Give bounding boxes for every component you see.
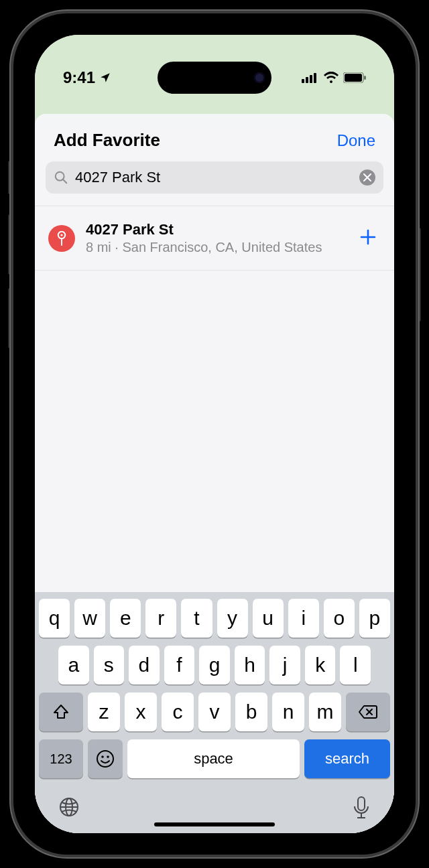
key-h[interactable]: h — [235, 646, 265, 684]
cellular-icon — [302, 72, 319, 83]
key-e[interactable]: e — [110, 599, 141, 638]
battery-icon — [343, 72, 366, 83]
key-z[interactable]: z — [88, 693, 120, 731]
key-c[interactable]: c — [162, 693, 194, 731]
status-time: 9:41 — [63, 68, 95, 87]
key-m[interactable]: m — [309, 693, 341, 731]
key-r[interactable]: r — [145, 599, 176, 638]
screen: 9:41 Add Favorite Done — [35, 35, 394, 833]
wifi-icon — [323, 72, 339, 84]
key-w[interactable]: w — [74, 599, 105, 638]
key-y[interactable]: y — [217, 599, 248, 638]
key-q[interactable]: q — [39, 599, 70, 638]
svg-rect-2 — [310, 75, 312, 83]
svg-rect-0 — [302, 79, 304, 83]
mic-icon[interactable] — [351, 796, 371, 821]
key-n[interactable]: n — [272, 693, 304, 731]
key-d[interactable]: d — [129, 646, 160, 684]
add-favorite-button[interactable] — [355, 225, 381, 251]
key-j[interactable]: j — [269, 646, 300, 684]
location-arrow-icon — [99, 72, 111, 84]
svg-line-8 — [63, 179, 67, 184]
search-field[interactable] — [46, 161, 383, 194]
svg-rect-1 — [306, 77, 308, 83]
svg-rect-18 — [358, 797, 365, 810]
key-k[interactable]: k — [305, 646, 336, 684]
key-s[interactable]: s — [94, 646, 125, 684]
key-x[interactable]: x — [125, 693, 157, 731]
key-v[interactable]: v — [198, 693, 231, 731]
svg-rect-5 — [345, 74, 362, 82]
clear-search-button[interactable] — [359, 169, 375, 186]
shift-key[interactable] — [39, 693, 83, 731]
numbers-key[interactable]: 123 — [39, 739, 83, 778]
home-indicator[interactable] — [154, 822, 275, 826]
search-input[interactable] — [75, 169, 353, 186]
shift-icon — [52, 703, 70, 721]
sheet-title: Add Favorite — [54, 130, 160, 151]
globe-icon[interactable] — [58, 796, 80, 818]
key-b[interactable]: b — [235, 693, 267, 731]
search-result-row[interactable]: 4027 Park St 8 mi · San Francisco, CA, U… — [35, 206, 394, 271]
key-f[interactable]: f — [164, 646, 195, 684]
search-key[interactable]: search — [304, 739, 390, 778]
add-favorite-sheet: Add Favorite Done 4027 Park St — [35, 114, 394, 833]
keyboard: qwertyuiop asdfghjkl zxcvbnm 123 space s… — [35, 592, 394, 833]
result-subtitle: 8 mi · San Francisco, CA, United States — [86, 240, 345, 255]
key-u[interactable]: u — [253, 599, 284, 638]
key-i[interactable]: i — [288, 599, 319, 638]
close-icon — [363, 173, 371, 182]
done-button[interactable]: Done — [337, 131, 375, 150]
key-a[interactable]: a — [58, 646, 89, 684]
key-g[interactable]: g — [199, 646, 230, 684]
phone-frame: 9:41 Add Favorite Done — [13, 13, 416, 855]
backspace-key[interactable] — [346, 693, 390, 731]
key-p[interactable]: p — [359, 599, 390, 638]
plus-icon — [359, 228, 377, 246]
search-icon — [54, 170, 68, 185]
emoji-icon — [95, 749, 115, 769]
svg-point-12 — [97, 751, 113, 767]
pin-icon — [48, 225, 75, 252]
key-t[interactable]: t — [181, 599, 212, 638]
space-key[interactable]: space — [127, 739, 300, 778]
result-title: 4027 Park St — [86, 221, 345, 238]
emoji-key[interactable] — [88, 739, 123, 778]
svg-rect-6 — [364, 76, 366, 80]
front-camera-icon — [254, 72, 265, 83]
key-o[interactable]: o — [324, 599, 355, 638]
svg-point-14 — [107, 755, 109, 758]
backspace-icon — [358, 705, 378, 719]
svg-point-13 — [101, 755, 104, 758]
dynamic-island — [158, 62, 271, 94]
key-l[interactable]: l — [340, 646, 371, 684]
svg-rect-3 — [314, 73, 316, 83]
svg-point-10 — [60, 234, 62, 236]
